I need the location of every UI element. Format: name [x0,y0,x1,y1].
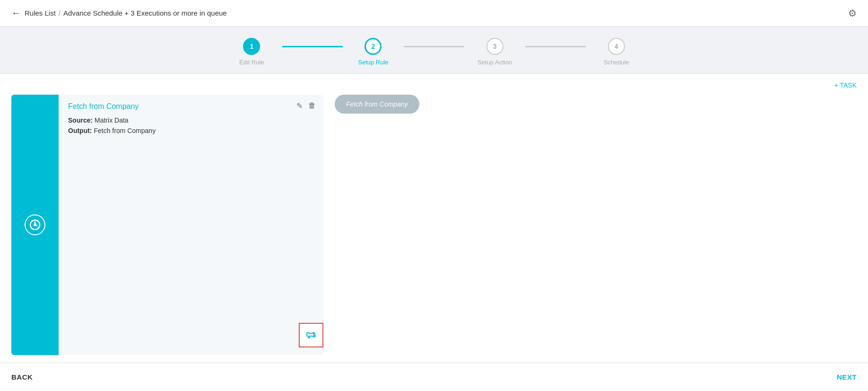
header-left: ← Rules List / Advance Schedule + 3 Exec… [11,8,227,18]
output-value-text: Fetch from Company [94,127,156,134]
stepper: 1 Edit Rule 2 Setup Rule 3 Setup Action … [221,38,647,66]
source-line: Source: Matrix Data [68,116,316,124]
task-card-body: ✎ 🗑 Fetch from Company Source: Matrix Da… [59,95,323,355]
step-1-label: Edit Rule [239,59,264,66]
svg-point-1 [34,223,36,226]
content-area: + TASK ✎ 🗑 [0,74,868,363]
step-2-label: Setup Rule [358,59,388,66]
main-content: + TASK ✎ 🗑 [0,73,868,363]
output-label: Output: [68,127,92,134]
delete-icon[interactable]: 🗑 [308,101,316,110]
header: ← Rules List / Advance Schedule + 3 Exec… [0,0,868,27]
settings-icon[interactable]: ⚙ [848,8,857,19]
step-line-1 [282,46,343,47]
step-line-3 [525,46,586,47]
fetch-from-company-button[interactable]: Fetch from Company [335,95,419,114]
step-line-2 [404,46,465,47]
breadcrumb: Rules List / Advance Schedule + 3 Execut… [25,9,227,17]
add-task-link[interactable]: + TASK [834,81,857,89]
step-4: 4 Schedule [586,38,647,66]
right-panel: Fetch from Company [335,95,419,355]
next-button[interactable]: NEXT [837,373,857,381]
back-button[interactable]: BACK [11,373,33,381]
breadcrumb-root[interactable]: Rules List [25,9,56,17]
back-arrow-icon[interactable]: ← [11,8,21,18]
step-2-circle[interactable]: 2 [365,38,382,55]
svg-line-3 [314,335,315,336]
stepper-container: 1 Edit Rule 2 Setup Rule 3 Setup Action … [0,27,868,73]
footer: BACK NEXT [0,363,868,391]
step-3-label: Setup Action [477,59,512,66]
step-3: 3 Setup Action [464,38,525,66]
task-card-title: Fetch from Company [68,102,316,111]
content-body: ✎ 🗑 Fetch from Company Source: Matrix Da… [11,95,857,355]
breadcrumb-current: Advance Schedule + 3 Executions or more … [63,9,227,17]
step-4-circle[interactable]: 4 [608,38,625,55]
source-label: Source: [68,116,93,124]
breadcrumb-separator: / [59,9,61,17]
megaphone-icon [305,329,317,341]
task-card-sidebar [11,95,59,355]
announce-box[interactable] [299,323,323,347]
task-type-icon [25,214,45,235]
step-1-circle[interactable]: 1 [243,38,260,55]
task-card: ✎ 🗑 Fetch from Company Source: Matrix Da… [11,95,323,355]
step-4-label: Schedule [604,59,629,66]
step-2: 2 Setup Rule [343,38,404,66]
step-1: 1 Edit Rule [221,38,282,66]
task-card-actions: ✎ 🗑 [296,101,316,110]
source-value-text: Matrix Data [95,116,129,124]
step-3-circle[interactable]: 3 [486,38,503,55]
edit-icon[interactable]: ✎ [296,101,303,110]
output-line: Output: Fetch from Company [68,127,316,134]
